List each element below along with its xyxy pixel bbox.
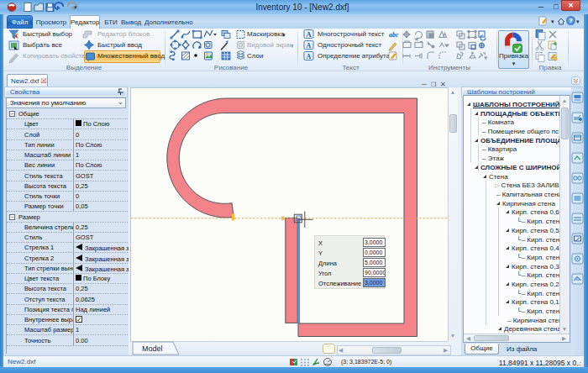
svg-text:A: A	[306, 30, 312, 39]
svg-text:Model: Model	[142, 344, 163, 353]
svg-text:A: A	[307, 42, 312, 50]
svg-text:abc: abc	[389, 31, 399, 39]
svg-text:A: A	[307, 53, 312, 60]
